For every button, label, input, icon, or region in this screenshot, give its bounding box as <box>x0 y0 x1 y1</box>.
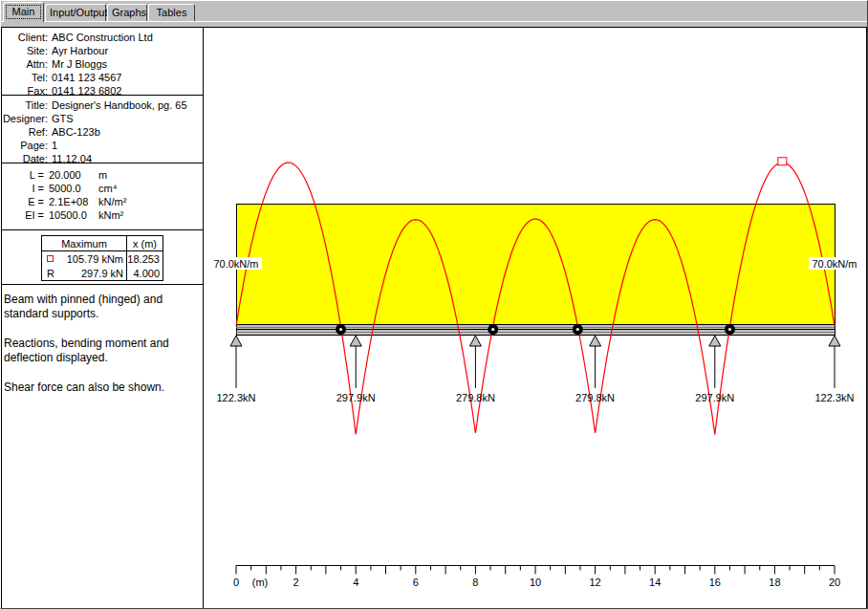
inertia-value: 5000.0 <box>49 182 97 195</box>
modulus-label: E = <box>2 195 44 208</box>
ruler-tick-label: 0 <box>233 576 239 588</box>
hinge-pin-icon <box>576 328 579 331</box>
fax-value: 0141 123 6802 <box>52 84 121 96</box>
ei-value: 10500.0 <box>49 208 97 222</box>
note-text: Reactions, bending moment and deflection… <box>4 337 201 365</box>
ruler-tick-label: 6 <box>413 576 419 588</box>
beam-properties-section: L =20.000m I =5000.0cm⁴ E =2.1E+08kN/m² … <box>2 163 203 230</box>
page-label: Page: <box>2 139 48 152</box>
app-window: Main Input/Output Graphs Tables Client:A… <box>0 0 868 609</box>
tab-input-output[interactable]: Input/Output <box>45 4 106 21</box>
max-reaction-value: 297.9 kN <box>58 268 126 279</box>
ref-label: Ref: <box>2 125 48 139</box>
length-unit: m <box>98 168 107 182</box>
main-tab-page: Client:ABC Construction Ltd Site:Ayr Har… <box>1 27 867 609</box>
ruler-tick-label: 10 <box>530 576 541 588</box>
support-arrow-icon <box>350 336 361 346</box>
hinge-pin-icon <box>491 328 494 331</box>
ei-label: EI = <box>2 208 44 222</box>
note-text: Shear force can also be shown. <box>4 381 201 395</box>
ruler-tick-label: 20 <box>829 576 840 588</box>
tab-bar: Main Input/Output Graphs Tables <box>1 1 867 21</box>
reaction-label: 297.9kN <box>695 392 734 403</box>
length-value: 20.000 <box>49 168 97 182</box>
tel-label: Tel: <box>2 71 48 84</box>
max-moment-value: 105.79 kNm <box>58 253 126 265</box>
x-header: x (m) <box>127 236 163 251</box>
date-value: 11.12.04 <box>52 152 92 163</box>
hinge-pin-icon <box>728 328 731 331</box>
udl-load-block <box>237 205 835 325</box>
project-info-section: Title:Designer's Handbook, pg. 65 Design… <box>2 96 203 163</box>
title-label: Title: <box>2 98 48 112</box>
reaction-label: 297.9kN <box>336 392 376 403</box>
ei-unit: kNm² <box>98 208 123 222</box>
support-arrow-icon <box>590 336 601 346</box>
support-arrow-icon <box>230 336 242 346</box>
designer-value: GTS <box>52 112 74 125</box>
fax-label: Fax: <box>2 84 48 96</box>
table-row: 105.79 kNm 18.253 <box>42 251 163 267</box>
attn-value: Mr J Bloggs <box>52 57 107 71</box>
modulus-unit: kN/m² <box>98 195 126 208</box>
ruler-tick-label: 16 <box>709 576 721 588</box>
ruler-tick-label: 2 <box>293 576 299 588</box>
table-row: R 297.9 kN 4.000 <box>42 266 163 281</box>
notes-section: Beam with pinned (hinged) and standard s… <box>2 285 203 410</box>
ruler-tick-label: 8 <box>472 576 478 588</box>
note-text: Beam with pinned (hinged) and standard s… <box>4 293 201 321</box>
inertia-unit: cm⁴ <box>98 182 117 195</box>
tab-graphs[interactable]: Graphs <box>107 4 147 21</box>
inertia-label: I = <box>2 182 44 195</box>
info-panel: Client:ABC Construction Ltd Site:Ayr Har… <box>2 28 204 608</box>
ref-value: ABC-123b <box>52 125 100 139</box>
reaction-label: 279.8kN <box>456 392 495 403</box>
reaction-label: 122.3kN <box>815 392 855 403</box>
modulus-value: 2.1E+08 <box>49 195 97 208</box>
hinge-pin-icon <box>339 328 342 331</box>
max-moment-marker-icon <box>778 158 787 165</box>
tel-value: 0141 123 4567 <box>52 71 121 84</box>
designer-label: Designer: <box>2 112 48 125</box>
page-value: 1 <box>52 139 57 152</box>
reaction-label: 122.3kN <box>217 392 256 403</box>
ruler-tick-label: 14 <box>649 576 661 588</box>
tab-main[interactable]: Main <box>3 2 44 22</box>
max-moment-marker-icon <box>47 255 58 262</box>
reaction-symbol: R <box>47 268 58 279</box>
support-arrow-icon <box>469 336 481 346</box>
client-info-section: Client:ABC Construction Ltd Site:Ayr Har… <box>2 28 203 96</box>
length-label: L = <box>2 168 44 182</box>
client-label: Client: <box>2 31 48 44</box>
ruler-tick-label: 4 <box>353 576 358 588</box>
site-label: Site: <box>2 44 48 57</box>
maximum-section: Maximum x (m) 105.79 kNm 18.253 <box>2 230 203 285</box>
ruler-tick-label: 18 <box>769 576 780 588</box>
support-arrow-icon <box>829 336 840 346</box>
tab-tables[interactable]: Tables <box>148 4 195 21</box>
date-label: Date: <box>2 152 48 163</box>
max-moment-x: 18.253 <box>127 251 163 267</box>
support-arrow-icon <box>709 336 721 346</box>
ruler-tick-label: 12 <box>589 576 600 588</box>
attn-label: Attn: <box>2 57 48 71</box>
udl-label-right: 70.0kN/m <box>812 258 857 270</box>
title-value: Designer's Handbook, pg. 65 <box>52 98 187 112</box>
reaction-label: 279.8kN <box>575 392 615 403</box>
ruler-unit-label: (m) <box>252 576 269 588</box>
udl-label-left: 70.0kN/m <box>213 258 258 270</box>
beam-diagram: 122.3kN297.9kN279.8kN279.8kN297.9kN122.3… <box>204 28 866 608</box>
maximum-table: Maximum x (m) 105.79 kNm 18.253 <box>41 235 163 281</box>
maximum-header: Maximum <box>42 236 127 251</box>
max-reaction-x: 4.000 <box>127 266 163 281</box>
site-value: Ayr Harbour <box>52 44 108 57</box>
client-value: ABC Construction Ltd <box>52 31 153 44</box>
